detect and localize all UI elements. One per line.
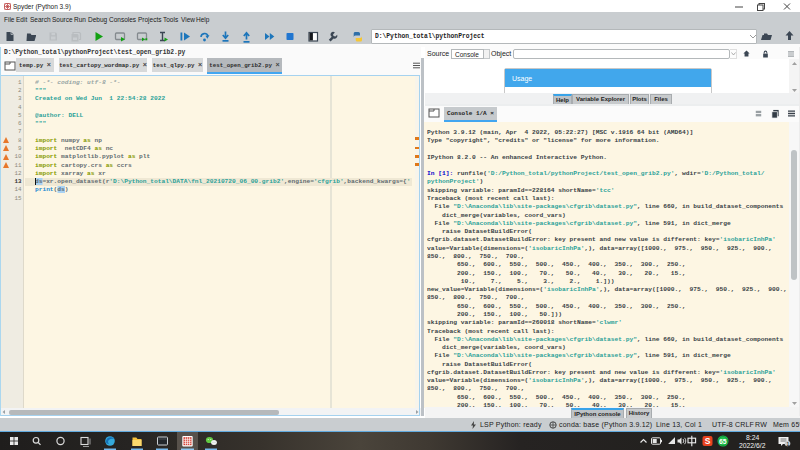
svg-text:2022/6/2: 2022/6/2	[739, 442, 766, 449]
svg-text:1: 1	[786, 441, 789, 447]
svg-text:65: 65	[719, 438, 727, 445]
svg-text:S: S	[705, 436, 711, 446]
svg-text:8:24: 8:24	[746, 434, 759, 441]
